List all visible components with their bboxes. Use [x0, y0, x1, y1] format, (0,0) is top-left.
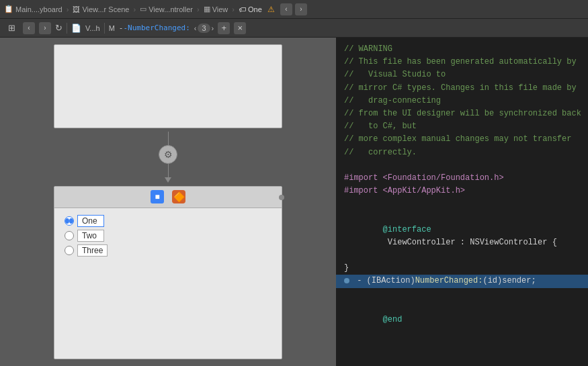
count-less[interactable]: ‹ — [194, 24, 197, 32]
main-content: ⚙ ■ 🔶 — [0, 38, 588, 366]
code-line-9: // correctly. — [344, 146, 580, 159]
method-signature: - (IBAction)NumberChanged:(id)sender; — [357, 276, 536, 285]
breadcrumb-sep-4: › — [232, 5, 235, 13]
radio-two-label: Two — [77, 230, 104, 242]
interface-keyword: @interface — [383, 225, 431, 234]
scene-icon: 🖼 — [73, 5, 80, 13]
code-line-6: // from the UI designer will be synchron… — [344, 107, 580, 120]
method-name: --NumberChanged: — [119, 24, 190, 32]
radio-two-circle — [65, 231, 74, 240]
code-line-8: // more complex manual changes may not t… — [344, 133, 580, 146]
view-header: ■ 🔶 — [54, 187, 282, 208]
canvas-area: ⚙ ■ 🔶 — [0, 38, 336, 366]
grid-view-button[interactable]: ⊞ — [4, 21, 19, 36]
breadcrumb-controller[interactable]: ▭ View...ntroller — [140, 5, 193, 13]
radio-three[interactable]: Three — [65, 244, 271, 257]
breadcrumb-sep-2: › — [134, 5, 136, 13]
view-icon: ▦ — [204, 5, 210, 13]
second-nav-next[interactable]: › — [39, 22, 51, 34]
gear-icon: ⚙ — [164, 149, 173, 160]
interface-class: ViewController : NSViewController { — [383, 238, 557, 247]
divider-1 — [67, 23, 67, 34]
code-line-4: // mirror C# types. Changes in this file… — [344, 82, 580, 95]
controller-icon: ▭ — [140, 5, 146, 13]
end-keyword: @end — [383, 315, 403, 324]
count-more[interactable]: › — [212, 24, 214, 32]
code-line-7: // to C#, but — [344, 120, 580, 133]
code-line-import-2: #import <AppKit/AppKit.h> — [344, 185, 580, 197]
connector-arrow — [165, 177, 171, 183]
breadcrumb-sep-1: › — [67, 5, 69, 13]
second-bar: ⊞ ‹ › ↻ 📄 V...h M --NumberChanged: ‹ 3 ›… — [0, 19, 588, 38]
nav-prev-button[interactable]: ‹ — [280, 3, 292, 15]
method-highlighted: -NumberChanged: — [123, 24, 190, 32]
code-line-empty-3 — [344, 288, 580, 301]
left-panel: ⚙ ■ 🔶 — [0, 38, 336, 366]
label-icon: 🏷 — [239, 5, 246, 13]
file-label: V...h — [85, 24, 100, 32]
top-bar: 📋 Main....yboard › 🖼 View...r Scene › ▭ … — [0, 0, 588, 19]
code-line-brace: } — [344, 262, 580, 275]
code-line-import-1: #import <Foundation/Foundation.h> — [344, 172, 580, 185]
code-line-3: // Visual Studio to — [344, 68, 580, 81]
radio-one-label: One — [77, 215, 104, 227]
breadcrumb-one[interactable]: 🏷 One — [239, 5, 262, 13]
connector-circle: ⚙ — [159, 145, 177, 164]
breadcrumb-sep-3: › — [197, 5, 200, 13]
radio-two[interactable]: Two — [65, 230, 271, 242]
code-line-empty-1 — [344, 159, 580, 172]
top-view-box[interactable] — [54, 44, 282, 128]
right-panel: // WARNING // This file has been generat… — [336, 38, 588, 366]
file-icon: 📄 — [71, 24, 81, 33]
close-button[interactable]: × — [234, 22, 246, 34]
divider-2 — [104, 23, 105, 34]
radio-three-label: Three — [77, 244, 108, 257]
code-line-5: // drag-connecting — [344, 95, 580, 107]
blue-square-icon: ■ — [151, 190, 164, 203]
connector-line-bottom — [168, 164, 169, 177]
code-line-interface: @interface ViewController : NSViewContro… — [344, 210, 580, 262]
code-line-1: // WARNING — [344, 43, 580, 56]
breadcrumb-scene[interactable]: 🖼 View...r Scene — [73, 5, 129, 13]
add-button[interactable]: + — [218, 22, 230, 34]
second-nav-prev[interactable]: ‹ — [23, 22, 35, 34]
refresh-icon[interactable]: ↻ — [55, 23, 62, 33]
radio-three-circle — [65, 246, 74, 255]
bottom-view-box[interactable]: ■ 🔶 One Two — [54, 186, 282, 360]
count-display: ‹ 3 › — [194, 24, 214, 33]
nav-next-button[interactable]: › — [295, 3, 307, 15]
radio-one-circle — [65, 216, 74, 226]
breadcrumb-view[interactable]: ▦ View — [204, 5, 228, 13]
radio-one[interactable]: One — [65, 215, 271, 227]
code-line-empty-2 — [344, 197, 580, 210]
warning-icon: ⚠ — [267, 5, 275, 14]
connection-dot — [279, 195, 284, 200]
connector-line-top — [168, 132, 169, 145]
breadcrumb-main[interactable]: 📋 Main....yboard — [4, 5, 62, 13]
code-line-2: // This file has been generated automati… — [344, 56, 580, 68]
code-editor[interactable]: // WARNING // This file has been generat… — [336, 38, 588, 366]
radio-group: One Two Three — [54, 208, 282, 263]
storyboard-icon: 📋 — [4, 5, 13, 13]
code-line-method: - (IBAction)NumberChanged:(id)sender; — [336, 275, 588, 287]
member-icon: M — [109, 24, 115, 32]
code-line-end: @end — [344, 301, 580, 340]
orange-hex-icon: 🔶 — [172, 190, 185, 203]
gutter-dot — [344, 276, 357, 285]
count-badge: 3 — [198, 24, 210, 33]
segue-connector: ⚙ — [159, 132, 177, 183]
